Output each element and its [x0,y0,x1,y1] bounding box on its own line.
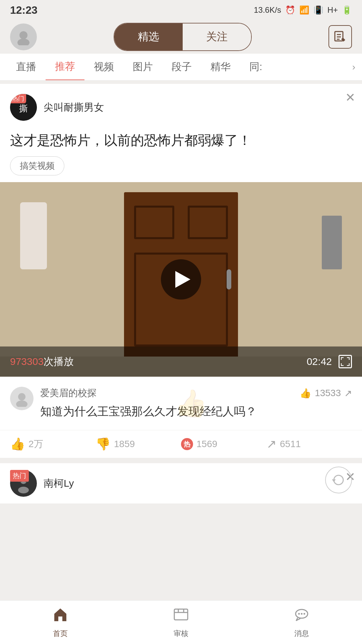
hot-badge-2: 热门 [10,470,29,482]
tab-follow[interactable]: 关注 [183,23,251,50]
hot-badge: 热门 [10,94,26,103]
like-count: 2万 [28,438,43,450]
post2-author-name[interactable]: 南柯Ly [44,477,74,490]
nav-label-message: 消息 [294,629,309,639]
comment-likes: 👍 13533 ↗ [300,388,352,399]
nav-tab-image[interactable]: 图片 [123,54,162,80]
bottom-spacer [0,507,362,554]
ac-unit [20,202,47,269]
svg-point-12 [18,487,29,493]
svg-point-9 [16,400,27,407]
play-count: 973303次播放 [10,355,74,369]
svg-point-20 [304,613,305,614]
user-avatar[interactable] [10,23,37,50]
like-icon: 👍 [10,437,25,451]
comment-header: 爱美眉的校探 👍 13533 ↗ [40,387,352,399]
door-panel-tr [188,206,228,239]
hot-action[interactable]: 热 1569 [181,438,266,450]
play-count-number: 973303 [10,356,44,367]
message-icon [294,606,310,626]
header: 精选 关注 [0,20,362,54]
comment-item: 爱美眉的校探 👍 13533 ↗ 知道为什么王宝强那么久才发现经纪人吗？ [10,387,352,420]
dislike-count: 1859 [114,439,135,449]
video-time: 02:42 [307,355,352,368]
like-action[interactable]: 👍 2万 [10,437,96,451]
door-handle [227,269,231,289]
hot-icon: 热 [181,438,193,450]
comment-section: 爱美眉的校探 👍 13533 ↗ 知道为什么王宝强那么久才发现经纪人吗？ 👍 [0,377,362,430]
fullscreen-button[interactable] [339,355,352,368]
post-card-2: 热门 南柯Ly ✕ [0,463,362,503]
hot-count: 1569 [196,439,217,449]
nav-item-message[interactable]: 消息 [241,601,362,644]
post-tag[interactable]: 搞笑视频 [10,156,64,175]
svg-rect-16 [174,609,188,620]
dislike-action[interactable]: 👎 1859 [96,437,181,451]
nav-tab-recommend[interactable]: 推荐 [46,54,84,80]
post-author-name[interactable]: 尖叫耐撕男女 [44,101,104,114]
nav-tab-joke[interactable]: 段子 [162,54,201,80]
comment-avatar [10,387,34,410]
card-close-button[interactable]: ✕ [345,91,355,105]
video-duration: 02:42 [307,356,332,367]
post-actions: 👍 2万 👎 1859 热 1569 ↗ 6511 [0,430,362,458]
play-button[interactable] [161,259,201,300]
video-player[interactable]: 973303次播放 02:42 [0,182,362,377]
svg-point-8 [18,393,25,400]
dislike-icon: 👎 [96,437,111,451]
battery-icon: 🔋 [342,5,352,15]
speed-indicator: 13.6K/s [254,5,281,15]
clock-icon: ⏰ [285,5,295,15]
svg-text:撕: 撕 [19,103,28,113]
comment-like-count: 13533 [315,388,341,398]
nav-label-home: 首页 [53,629,68,639]
post-title: 这才是恐怖片，以前的恐怖片都弱爆了！ [0,127,362,156]
share-count: 6511 [280,439,301,449]
comment-text: 知道为什么王宝强那么久才发现经纪人吗？ [40,403,352,420]
nav-item-review[interactable]: 审核 [121,601,241,644]
nav-tabs: 直播 推荐 视频 图片 段子 精华 同: › [0,54,362,80]
svg-point-19 [301,613,303,614]
refresh-button[interactable] [325,467,352,493]
comment-content: 爱美眉的校探 👍 13533 ↗ 知道为什么王宝强那么久才发现经纪人吗？ [40,387,352,420]
share-icon: ↗ [266,437,277,451]
tab-featured[interactable]: 精选 [114,23,183,50]
door-panel-tl [134,206,174,239]
svg-point-18 [298,613,300,614]
bottom-nav: 首页 审核 消息 [0,600,362,644]
share-icon-comment: ↗ [344,388,352,399]
status-time: 12:23 [10,4,38,16]
nav-expand-icon[interactable]: › [352,62,355,72]
review-icon [173,606,189,626]
header-tab-group: 精选 关注 [114,23,252,51]
home-icon [52,606,68,626]
thumbs-up-icon: 👍 [300,388,311,399]
nav-tab-essence[interactable]: 精华 [201,54,240,80]
nav-item-home[interactable]: 首页 [0,601,121,644]
network-type: H+ [327,5,338,15]
svg-point-1 [17,39,29,45]
status-icons: 13.6K/s ⏰ 📶 📳 H+ 🔋 [254,5,352,15]
video-bottom-bar: 973303次播放 02:42 [0,346,362,377]
comment-author[interactable]: 爱美眉的校探 [40,387,97,399]
play-triangle-icon [175,271,190,288]
post-header: 撕 热门 尖叫耐撕男女 [0,84,362,127]
nav-tab-more[interactable]: 同: [240,54,272,80]
wall-decor [322,216,342,269]
post-card: ✕ 撕 热门 尖叫耐撕男女 这才是恐怖片，以前的恐怖片都弱爆了！ 搞笑视频 [0,84,362,458]
nav-tab-video[interactable]: 视频 [84,54,123,80]
post-avatar[interactable]: 撕 热门 [10,94,37,121]
post2-header: 热门 南柯Ly [10,470,352,497]
svg-point-0 [19,31,27,39]
nav-tab-live[interactable]: 直播 [7,54,46,80]
content-area: ✕ 撕 热门 尖叫耐撕男女 这才是恐怖片，以前的恐怖片都弱爆了！ 搞笑视频 [0,80,362,507]
share-action[interactable]: ↗ 6511 [266,437,352,451]
edit-button[interactable] [328,25,352,49]
wifi-icon: 📶 [299,5,309,15]
nav-label-review: 审核 [174,629,188,639]
play-count-suffix: 次播放 [44,356,74,367]
signal-icon: 📳 [313,5,323,15]
status-bar: 12:23 13.6K/s ⏰ 📶 📳 H+ 🔋 [0,0,362,20]
